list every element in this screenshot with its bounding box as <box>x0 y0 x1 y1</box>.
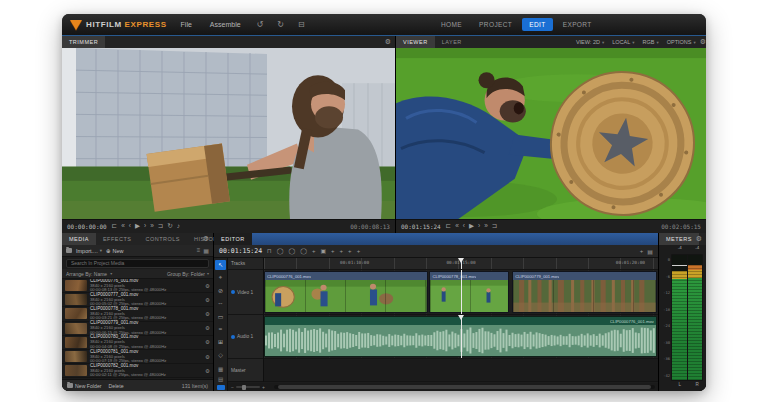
snap-icon[interactable]: ◯ <box>277 248 284 254</box>
gear-icon[interactable]: ⚙ <box>205 283 210 289</box>
timeline-ruler[interactable]: 00:01:10:00 00:01:15:00 00:01:20:00 <box>264 258 658 270</box>
marker-tool[interactable]: ◇ <box>215 350 226 360</box>
timeline-zoom-control[interactable]: − + <box>231 384 271 390</box>
gear-icon[interactable]: ⚙ <box>385 36 391 48</box>
go-end-icon[interactable]: » <box>484 223 488 230</box>
gear-icon[interactable]: ⚙ <box>205 339 210 345</box>
zoom-out-icon[interactable]: − <box>231 384 234 390</box>
step-back-icon[interactable]: ‹ <box>129 223 131 230</box>
gear-icon[interactable]: ⚙ <box>696 233 702 245</box>
tab-editor[interactable]: EDITOR <box>214 233 252 245</box>
gear-icon[interactable]: ⚙ <box>205 368 210 374</box>
tab-trimmer[interactable]: TRIMMER <box>62 36 105 48</box>
export-frame-icon[interactable]: + <box>357 248 361 254</box>
playhead[interactable] <box>461 258 462 269</box>
master-track-header[interactable]: Master <box>228 359 264 382</box>
set-out-icon[interactable]: ⊐ <box>492 223 497 230</box>
step-back-icon[interactable]: ‹ <box>463 223 465 230</box>
gear-icon[interactable]: ⚙ <box>205 325 210 331</box>
select-tool[interactable]: ↖ <box>215 260 226 270</box>
new-folder-button[interactable]: New Folder <box>67 383 102 389</box>
timeline-scrollbar[interactable] <box>274 385 655 389</box>
timeline-clip[interactable]: CLIP0000776_001.mov <box>264 271 428 313</box>
gear-icon[interactable]: ⚙ <box>205 311 210 317</box>
gear-icon[interactable]: ⚙ <box>205 354 210 360</box>
audio-track-header[interactable]: Audio 1 <box>228 315 264 359</box>
tab-project[interactable]: PROJECT <box>472 18 519 31</box>
media-item[interactable]: CLIP0000780_001.mov3840 x 2160 pixels00:… <box>62 336 213 350</box>
tab-meters[interactable]: METERS <box>659 233 699 245</box>
track-enable-icon[interactable] <box>231 290 235 294</box>
timeline-clip[interactable]: CLIP0000778_001.mov <box>429 271 509 313</box>
set-out-icon[interactable]: ⊐ <box>158 223 163 230</box>
redo-icon[interactable]: ↻ <box>275 20 286 29</box>
step-forward-icon[interactable]: › <box>144 223 146 230</box>
slice-icon[interactable]: + <box>348 248 352 254</box>
slice-tool[interactable]: ⊘ <box>215 286 226 296</box>
zoom-slider[interactable] <box>236 386 260 388</box>
play-icon[interactable]: ▶ <box>135 223 140 230</box>
editor-timecode[interactable]: 00:01:15:24 <box>219 247 262 255</box>
tab-controls[interactable]: CONTROLS <box>138 233 187 245</box>
layout-icon[interactable]: ⊟ <box>296 20 307 29</box>
timeline-clip[interactable]: CLIP0000779_001.mov <box>512 271 657 313</box>
marker-icon[interactable]: + <box>340 248 344 254</box>
group-by-dropdown[interactable]: Group By: Folder▾ <box>167 271 209 277</box>
zoom-in-icon[interactable]: + <box>262 384 265 390</box>
gear-icon[interactable]: ⚙ <box>203 233 209 245</box>
options-dropdown[interactable]: OPTIONS▾ <box>663 39 700 45</box>
arrange-by-dropdown[interactable]: Arrange By: Name <box>66 271 107 277</box>
new-button[interactable]: ⊕New <box>106 248 124 254</box>
loop-icon[interactable]: ↻ <box>167 223 172 230</box>
audio-icon[interactable]: ♪ <box>177 223 180 230</box>
audio-track-area[interactable]: CLIP0000776_001.mov <box>264 315 658 359</box>
add-icon[interactable]: + <box>312 248 316 254</box>
rgb-dropdown[interactable]: RGB▾ <box>639 39 663 45</box>
tab-home[interactable]: HOME <box>434 18 469 31</box>
in-out-icon[interactable]: ⊓ <box>267 248 272 254</box>
link-icon[interactable]: ◯ <box>288 248 295 254</box>
media-item[interactable]: CLIP0000782_001.mov3840 x 2160 pixels00:… <box>62 364 213 378</box>
slip-tool[interactable]: ⇔ <box>215 298 226 308</box>
tab-viewer[interactable]: VIEWER <box>396 36 435 48</box>
gear-icon[interactable]: ⚙ <box>700 36 706 48</box>
insert-icon[interactable]: + <box>331 248 335 254</box>
ripple-icon[interactable]: ◯ <box>300 248 307 254</box>
file-menu[interactable]: File <box>177 19 196 30</box>
scrollbar-thumb[interactable] <box>278 385 651 389</box>
tab-edit[interactable]: EDIT <box>522 18 552 31</box>
hand-tool[interactable]: ⌖ <box>215 273 226 283</box>
delete-button[interactable]: Delete <box>109 383 124 389</box>
set-in-icon[interactable]: ⊏ <box>446 223 451 230</box>
tab-export[interactable]: EXPORT <box>556 18 599 31</box>
view-mode-dropdown[interactable]: VIEW: 2D▾ <box>572 39 608 45</box>
step-forward-icon[interactable]: › <box>478 223 480 230</box>
roll-tool[interactable]: ≈ <box>215 324 226 334</box>
layout-grid-icon[interactable]: ▦ <box>215 365 226 372</box>
go-start-icon[interactable]: « <box>455 223 459 230</box>
panel-menu-icon[interactable]: ▤ <box>647 248 653 255</box>
ripple-tool[interactable]: ▭ <box>215 311 226 321</box>
video-track-area[interactable]: CLIP0000776_001.mov <box>264 270 658 315</box>
media-item[interactable]: CLIP0000781_001.mov3840 x 2160 pixels00:… <box>62 350 213 364</box>
video-track-header[interactable]: Video 1 <box>228 270 264 315</box>
assemble-menu[interactable]: Assemble <box>206 19 245 30</box>
go-start-icon[interactable]: « <box>121 223 125 230</box>
viewer-viewport[interactable] <box>396 48 706 219</box>
trimmer-viewport[interactable] <box>62 48 395 219</box>
tab-media[interactable]: MEDIA <box>62 233 96 245</box>
tab-layer[interactable]: LAYER <box>435 36 469 48</box>
import-button[interactable]: Import....▾ <box>66 248 102 254</box>
list-view-icon[interactable]: ≡ <box>197 247 201 254</box>
search-input[interactable] <box>66 259 209 268</box>
grid-view-icon[interactable]: ▦ <box>203 247 209 254</box>
set-in-icon[interactable]: ⊏ <box>112 223 117 230</box>
rate-tool[interactable]: ⊞ <box>215 337 226 347</box>
track-enable-icon[interactable] <box>231 335 235 339</box>
go-end-icon[interactable]: » <box>150 223 154 230</box>
layout-rows-icon[interactable]: ▤ <box>215 375 226 382</box>
add-track-icon[interactable]: + <box>640 248 644 255</box>
play-icon[interactable]: ▶ <box>469 223 474 230</box>
tab-effects[interactable]: EFFECTS <box>96 233 139 245</box>
undo-icon[interactable]: ↺ <box>255 20 266 29</box>
